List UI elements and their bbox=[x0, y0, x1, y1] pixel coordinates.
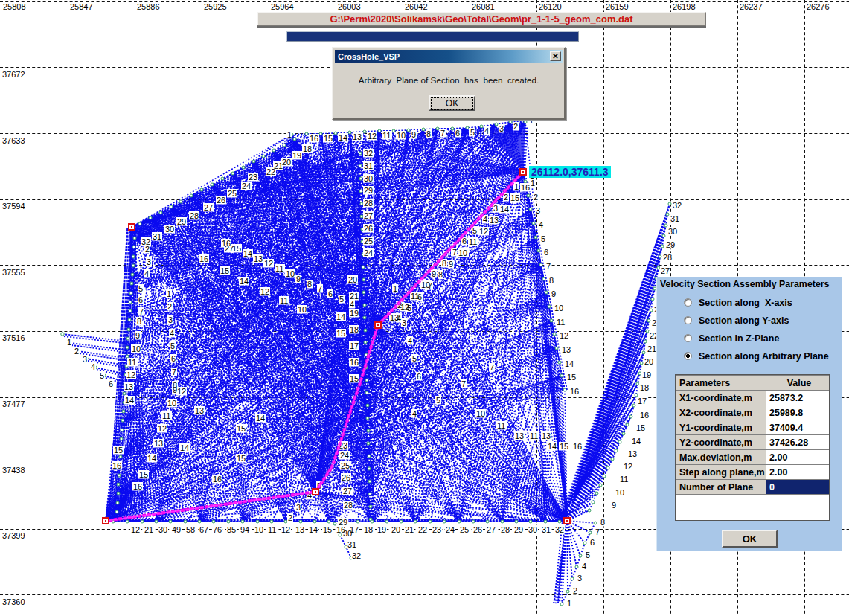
svg-text:37360: 37360 bbox=[2, 597, 25, 606]
svg-text:4: 4 bbox=[91, 362, 95, 371]
svg-text:27: 27 bbox=[364, 211, 373, 220]
svg-text:14: 14 bbox=[125, 396, 134, 405]
svg-text:6: 6 bbox=[455, 129, 460, 138]
svg-text:21: 21 bbox=[350, 292, 359, 301]
svg-text:26112.0,37611.3: 26112.0,37611.3 bbox=[531, 166, 609, 178]
svg-text:6: 6 bbox=[171, 354, 176, 363]
svg-text:3: 3 bbox=[83, 355, 87, 364]
svg-text:14: 14 bbox=[240, 277, 249, 286]
svg-text:12: 12 bbox=[368, 132, 377, 141]
svg-text:15: 15 bbox=[323, 525, 332, 534]
svg-text:9: 9 bbox=[551, 289, 556, 298]
svg-text:11: 11 bbox=[275, 264, 283, 273]
svg-text:15: 15 bbox=[237, 454, 246, 463]
svg-text:31: 31 bbox=[347, 540, 356, 549]
svg-text:12: 12 bbox=[126, 370, 135, 379]
svg-text:10: 10 bbox=[298, 305, 307, 314]
svg-text:28: 28 bbox=[190, 211, 199, 220]
svg-text:10: 10 bbox=[476, 409, 485, 418]
svg-text:6: 6 bbox=[590, 538, 595, 547]
svg-text:28: 28 bbox=[364, 199, 373, 208]
svg-text:4: 4 bbox=[412, 409, 417, 418]
svg-text:31: 31 bbox=[153, 232, 161, 241]
svg-text:4: 4 bbox=[408, 336, 412, 345]
svg-text:7: 7 bbox=[139, 307, 144, 316]
svg-text:22: 22 bbox=[266, 167, 275, 176]
svg-text:27: 27 bbox=[204, 203, 213, 212]
svg-text:16: 16 bbox=[310, 134, 318, 143]
svg-text:29: 29 bbox=[666, 240, 675, 249]
svg-text:2: 2 bbox=[145, 245, 150, 254]
svg-text:21: 21 bbox=[144, 525, 153, 534]
svg-text:6: 6 bbox=[544, 248, 548, 257]
svg-text:5: 5 bbox=[412, 354, 417, 363]
svg-text:11: 11 bbox=[268, 525, 276, 534]
svg-text:85: 85 bbox=[227, 525, 236, 534]
svg-text:16: 16 bbox=[640, 411, 649, 420]
svg-text:9: 9 bbox=[449, 260, 453, 269]
svg-text:26120: 26120 bbox=[539, 2, 562, 11]
svg-text:16: 16 bbox=[133, 482, 142, 491]
svg-text:12: 12 bbox=[158, 424, 167, 433]
svg-text:25808: 25808 bbox=[3, 2, 26, 11]
svg-text:3: 3 bbox=[536, 206, 540, 215]
svg-text:24: 24 bbox=[340, 451, 349, 460]
svg-text:23: 23 bbox=[432, 525, 441, 534]
svg-text:23: 23 bbox=[249, 173, 257, 182]
svg-text:11: 11 bbox=[620, 475, 628, 484]
svg-text:9: 9 bbox=[411, 130, 416, 139]
svg-text:27: 27 bbox=[225, 244, 234, 253]
svg-text:12: 12 bbox=[131, 525, 140, 534]
svg-text:15: 15 bbox=[350, 374, 359, 383]
svg-text:6: 6 bbox=[109, 379, 113, 388]
svg-text:24: 24 bbox=[446, 525, 455, 534]
svg-text:8: 8 bbox=[600, 518, 605, 527]
svg-text:5: 5 bbox=[339, 295, 344, 304]
svg-text:20: 20 bbox=[282, 158, 291, 167]
svg-text:7: 7 bbox=[490, 363, 494, 372]
svg-text:11: 11 bbox=[469, 237, 477, 246]
svg-text:19: 19 bbox=[350, 309, 359, 318]
svg-text:26159: 26159 bbox=[606, 2, 629, 11]
svg-text:29: 29 bbox=[514, 525, 523, 534]
svg-text:12: 12 bbox=[260, 287, 269, 296]
svg-text:29: 29 bbox=[364, 186, 373, 195]
svg-text:17: 17 bbox=[350, 341, 359, 350]
svg-text:7: 7 bbox=[318, 284, 322, 293]
svg-text:25847: 25847 bbox=[70, 2, 93, 11]
svg-text:28: 28 bbox=[663, 253, 672, 262]
svg-text:11: 11 bbox=[530, 431, 538, 440]
svg-text:49: 49 bbox=[172, 525, 181, 534]
svg-text:25: 25 bbox=[364, 237, 373, 246]
svg-text:7: 7 bbox=[461, 379, 466, 388]
svg-text:15: 15 bbox=[636, 423, 645, 432]
svg-text:12: 12 bbox=[264, 259, 273, 268]
svg-text:2: 2 bbox=[504, 193, 508, 202]
svg-text:31: 31 bbox=[364, 161, 373, 170]
svg-text:27: 27 bbox=[343, 487, 352, 495]
svg-text:2: 2 bbox=[534, 193, 538, 202]
svg-text:25964: 25964 bbox=[271, 2, 294, 11]
svg-text:37399: 37399 bbox=[2, 531, 25, 540]
svg-text:6: 6 bbox=[417, 292, 422, 301]
svg-text:26042: 26042 bbox=[405, 2, 428, 11]
svg-text:11: 11 bbox=[128, 358, 136, 367]
svg-text:37438: 37438 bbox=[2, 466, 25, 475]
svg-text:37477: 37477 bbox=[2, 400, 25, 408]
svg-text:11: 11 bbox=[497, 421, 505, 430]
svg-text:16: 16 bbox=[573, 442, 582, 451]
svg-text:5: 5 bbox=[436, 396, 440, 405]
svg-text:14: 14 bbox=[180, 443, 189, 452]
svg-text:7: 7 bbox=[440, 129, 445, 138]
svg-text:2: 2 bbox=[288, 513, 292, 522]
svg-text:1: 1 bbox=[287, 130, 292, 139]
svg-text:10: 10 bbox=[397, 131, 406, 140]
svg-text:22: 22 bbox=[418, 525, 427, 534]
svg-text:10: 10 bbox=[458, 248, 467, 257]
svg-text:8: 8 bbox=[137, 317, 141, 326]
svg-text:24: 24 bbox=[242, 182, 251, 190]
svg-text:11: 11 bbox=[382, 131, 391, 140]
svg-text:17: 17 bbox=[638, 397, 647, 405]
svg-text:12: 12 bbox=[177, 387, 186, 396]
svg-text:7: 7 bbox=[428, 281, 432, 290]
